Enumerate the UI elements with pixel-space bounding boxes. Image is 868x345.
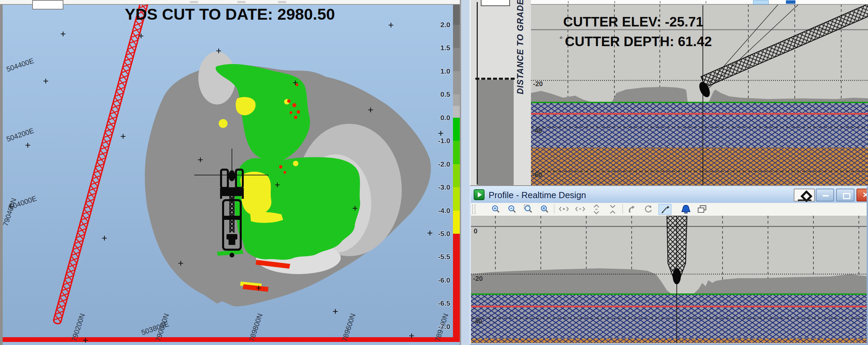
- toolbar-tick: [660, 1, 660, 3]
- scale-tick: -5.5: [438, 253, 451, 261]
- scale-tick: -3.0: [438, 183, 450, 191]
- scale-tick: 0.5: [440, 90, 451, 98]
- depth-tick: -20: [533, 80, 543, 88]
- depth-tick: -40: [532, 127, 542, 134]
- scale-tick: -5.0: [438, 230, 450, 237]
- scale-tick: 2.0: [440, 21, 450, 28]
- minimize-icon: [823, 195, 829, 196]
- shrink-horizontal-icon[interactable]: [574, 204, 587, 215]
- profile-plot-area[interactable]: 0 -20 -40: [471, 216, 868, 343]
- seabed-surface: [471, 268, 868, 295]
- cropped-readout-box: [481, 0, 510, 6]
- map-canvas[interactable]: YDS CUT TO DATE: 2980.50 504400E 504200E…: [0, 0, 460, 345]
- cutter-depth-readout: CUTTER DEPTH: 61.42: [565, 34, 712, 49]
- scale-tick: -6.5: [438, 299, 451, 307]
- measure-icon[interactable]: [658, 204, 671, 215]
- map-window-caption-strip: [0, 0, 460, 5]
- section-plot-area[interactable]: CUTTER ELEV: -25.71 ° CUTTER DEPTH: 61.4…: [531, 0, 868, 185]
- diamond-button[interactable]: [794, 189, 815, 202]
- profile-canvas: 0 -20 -40: [471, 216, 868, 343]
- allowable-overdepth-band: [531, 103, 868, 148]
- highlighted-tool-sliver[interactable]: [753, 0, 769, 4]
- zoom-previous-icon[interactable]: [538, 204, 551, 215]
- map-window-tab[interactable]: [32, 0, 63, 9]
- toolbar-grip[interactable]: [472, 205, 475, 214]
- cutter-head: [673, 268, 681, 284]
- profile-window-title: Profile - Realtime Design: [489, 190, 586, 200]
- overdepth-limit-line: [471, 306, 868, 307]
- gauge-level-dash: [475, 78, 515, 80]
- subgrade-band: [531, 148, 868, 186]
- maximize-button[interactable]: [836, 189, 854, 202]
- profile-toolbar: [471, 203, 867, 216]
- cascade-windows-icon[interactable]: [696, 204, 709, 215]
- depth-tick: -40: [472, 318, 482, 325]
- subgrade-band: [471, 339, 868, 343]
- yds-cut-title: YDS CUT TO DATE: 2980.50: [125, 5, 335, 23]
- section-canvas: CUTTER ELEV: -25.71 ° CUTTER DEPTH: 61.4…: [531, 4, 868, 186]
- depth-tick: -60: [532, 171, 542, 178]
- close-button[interactable]: ✕: [856, 189, 868, 202]
- overdepth-limit-line: [531, 113, 868, 115]
- diamond-underline: [798, 199, 811, 201]
- play-icon: [474, 189, 485, 200]
- scale-tick: -6.0: [438, 276, 450, 284]
- map-left-border: [0, 0, 3, 345]
- toolbar-separator: [554, 204, 554, 214]
- caption-mark: [237, 1, 245, 3]
- degree-mark: °: [559, 35, 563, 44]
- toolbar-separator: [623, 204, 623, 214]
- auto-range-icon[interactable]: [642, 204, 655, 215]
- scale-tick: 1.0: [440, 67, 450, 75]
- blue-tool-sliver[interactable]: [786, 0, 795, 4]
- cutter-elev-readout: CUTTER ELEV: -25.71: [563, 14, 703, 29]
- scale-tick: -7.0: [438, 323, 450, 330]
- toolbar-tick: [706, 1, 706, 3]
- scale-tick: -4.0: [438, 207, 450, 214]
- distance-to-grade-gauge: DISTANCE TO GRADE: [471, 0, 531, 185]
- scale-tick: 0.0: [440, 114, 450, 121]
- seabed-surface: [531, 87, 868, 103]
- toolbar-tick: [614, 1, 615, 3]
- alarm-icon[interactable]: [679, 204, 692, 215]
- design-grade-line: [471, 293, 868, 295]
- allowable-overdepth-band: [471, 295, 868, 339]
- zoom-window-icon[interactable]: [522, 204, 535, 215]
- scale-tick: -2.0: [438, 160, 450, 168]
- map-matrix-window[interactable]: YDS CUT TO DATE: 2980.50 504400E 504200E…: [0, 0, 461, 345]
- toolbar-tick: [568, 1, 569, 3]
- section-view-window[interactable]: DISTANCE TO GRADE: [470, 0, 868, 186]
- depth-tick: -20: [473, 275, 483, 282]
- design-grade-line: [531, 102, 868, 103]
- section-toolbar-sliver: [531, 0, 868, 5]
- profile-window-titlebar[interactable]: Profile - Realtime Design ✕: [471, 187, 867, 203]
- scale-tick: 1.5: [440, 44, 451, 52]
- profile-realtime-design-window[interactable]: Profile - Realtime Design ✕: [470, 186, 868, 345]
- scale-tick: -1.0: [438, 137, 450, 145]
- minimize-button[interactable]: [816, 189, 834, 202]
- depth-color-scale: [453, 3, 460, 339]
- gauge-fill-bar: [478, 80, 514, 185]
- distance-to-grade-label: DISTANCE TO GRADE: [515, 0, 527, 94]
- shrink-vertical-icon[interactable]: [606, 204, 619, 215]
- pan-icon[interactable]: [626, 204, 639, 215]
- caption-mark: [278, 1, 286, 3]
- zoom-out-icon[interactable]: [506, 204, 519, 215]
- expand-horizontal-icon[interactable]: [557, 204, 570, 215]
- depth-tick: 0: [474, 227, 477, 235]
- zoom-in-icon[interactable]: [490, 204, 502, 215]
- ladder-truss: [701, 4, 868, 87]
- expand-vertical-icon[interactable]: [590, 204, 603, 215]
- maximize-icon: [843, 193, 850, 199]
- caption-mark: [190, 1, 198, 3]
